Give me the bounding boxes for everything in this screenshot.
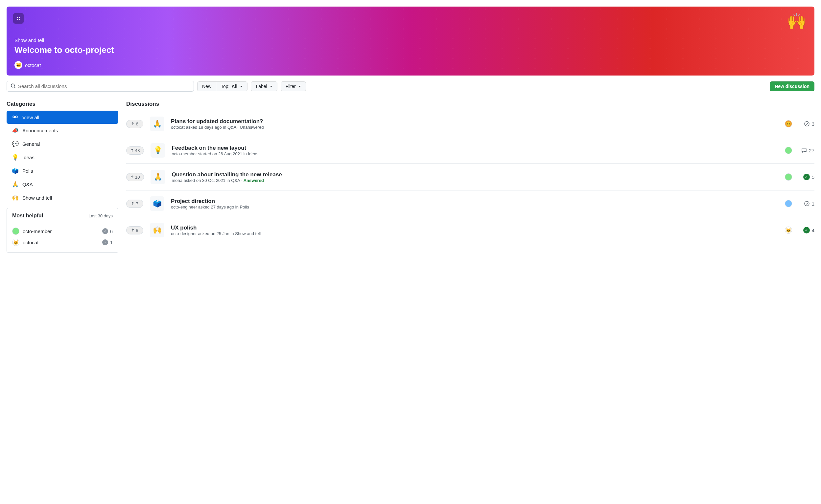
comment-count[interactable]: 27 (799, 148, 814, 153)
upvote-button[interactable]: 7 (126, 200, 143, 208)
discussion-row: 6🙏Plans for updated documentation?octoca… (126, 111, 814, 137)
discussion-title[interactable]: Question about installing the new releas… (171, 171, 282, 178)
discussion-row: 7🗳️Project directionocto-engineer asked … (126, 190, 814, 217)
drag-handle[interactable] (13, 13, 24, 24)
pinned-discussion-banner[interactable]: 🙌 Show and tell Welcome to octo-project … (7, 7, 814, 76)
top-value: All (232, 84, 237, 89)
status-unanswered: Unanswered (240, 125, 264, 130)
comment-count-value: 4 (812, 228, 814, 233)
comment-count[interactable]: 1 (799, 201, 814, 207)
svg-line-5 (14, 87, 15, 88)
search-wrap (7, 81, 194, 92)
arrow-up-icon (131, 229, 134, 232)
category-item-polls[interactable]: 🗳️Polls (7, 164, 118, 178)
discussion-body: Question about installing the new releas… (171, 171, 778, 183)
arrow-up-icon (131, 122, 134, 125)
category-emoji: 🗳️ (12, 167, 18, 174)
upvote-button[interactable]: 8 (126, 226, 143, 234)
category-label: Show and tell (22, 195, 52, 201)
svg-point-3 (19, 19, 20, 20)
discussion-meta: octo-member started on 26 Aug 2021 in Id… (171, 151, 778, 156)
sidebar: Categories View all📣Announcements💬Genera… (7, 101, 118, 253)
discussion-title[interactable]: UX polish (171, 225, 196, 231)
upvote-count: 10 (135, 175, 140, 180)
category-label: Announcements (22, 128, 58, 133)
label-filter-label: Label (256, 84, 267, 89)
discussion-body: UX polishocto-designer asked on 25 Jan i… (171, 225, 778, 236)
comment-count[interactable]: ✓4 (799, 227, 814, 233)
new-sort-button[interactable]: New (197, 81, 216, 91)
discussion-body: Project directionocto-engineer asked 27 … (171, 198, 778, 209)
category-emoji: 💬 (12, 141, 18, 147)
participant-avatar[interactable] (785, 173, 792, 181)
discussion-meta: mona asked on 30 Oct 2021 in Q&A · Answe… (171, 178, 778, 183)
new-discussion-label: New discussion (775, 84, 810, 89)
participant-avatar[interactable] (785, 147, 792, 154)
helpful-count: ✓6 (102, 228, 113, 234)
discussion-meta: octocat asked 18 days ago in Q&A · Unans… (171, 125, 778, 130)
category-item-general[interactable]: 💬General (7, 137, 118, 151)
helpful-list: octo-member✓6🐱octocat✓1 (12, 226, 113, 248)
filter-button[interactable]: Filter (281, 81, 306, 91)
category-badge: 🙏 (150, 117, 164, 131)
toolbar: New Top: All Label Filter New discussion (7, 81, 814, 92)
check-icon: ✓ (102, 228, 108, 234)
comment-count-value: 1 (812, 201, 814, 207)
discussion-meta: octo-engineer asked 27 days ago in Polls (171, 205, 778, 209)
arrow-up-icon (130, 175, 134, 179)
content: Categories View all📣Announcements💬Genera… (7, 101, 814, 253)
comment-count[interactable]: ✓5 (799, 174, 814, 180)
helpful-user[interactable]: octo-member✓6 (12, 226, 113, 237)
upvote-count: 48 (135, 148, 140, 153)
discussion-title[interactable]: Plans for updated documentation? (171, 118, 263, 124)
category-label: Ideas (22, 155, 34, 160)
categories-heading: Categories (7, 101, 118, 107)
discussion-body: Plans for updated documentation?octocat … (171, 118, 778, 130)
check-circle-icon (804, 121, 810, 127)
category-item-ideas[interactable]: 💡Ideas (7, 151, 118, 164)
helpful-heading: Most helpful (12, 213, 43, 219)
category-badge: 🗳️ (150, 196, 164, 211)
category-item-show-and-tell[interactable]: 🙌Show and tell (7, 191, 118, 205)
discussion-title[interactable]: Feedback on the new layout (171, 145, 246, 151)
label-filter-button[interactable]: Label (251, 81, 277, 91)
upvote-button[interactable]: 10 (126, 173, 144, 181)
discussion-title[interactable]: Project direction (171, 198, 215, 204)
category-badge: 🙏 (150, 170, 165, 184)
discussions-heading: Discussions (126, 101, 814, 107)
svg-point-2 (17, 19, 18, 20)
participant-avatar[interactable]: 🐱 (785, 227, 792, 234)
sort-group: New Top: All (197, 81, 248, 91)
helpful-user[interactable]: 🐱octocat✓1 (12, 237, 113, 248)
top-sort-button[interactable]: Top: All (216, 81, 248, 91)
discussion-row: 10🙏Question about installing the new rel… (126, 164, 814, 190)
grip-icon (17, 17, 20, 20)
helpful-header: Most helpful Last 30 days (12, 213, 113, 222)
upvote-button[interactable]: 48 (126, 146, 144, 155)
top-prefix: Top: (221, 84, 230, 89)
category-label: Polls (22, 168, 33, 174)
participant-avatar[interactable] (785, 200, 792, 207)
participant-avatar[interactable]: 😊 (785, 120, 792, 127)
category-emoji: 📣 (12, 127, 18, 134)
comment-count[interactable]: 3 (799, 121, 814, 127)
banner-category: Show and tell (14, 37, 807, 43)
new-sort-label: New (202, 84, 211, 89)
discussion-meta: octo-designer asked on 25 Jan in Show an… (171, 231, 778, 236)
upvote-button[interactable]: 6 (126, 120, 143, 128)
svg-point-1 (19, 17, 20, 18)
most-helpful-box: Most helpful Last 30 days octo-member✓6🐱… (7, 208, 118, 253)
check-icon: ✓ (102, 239, 108, 245)
search-input[interactable] (7, 81, 194, 92)
helpful-period: Last 30 days (88, 213, 113, 218)
category-item-announcements[interactable]: 📣Announcements (7, 124, 118, 137)
caret-icon (240, 86, 243, 87)
category-item-q&a[interactable]: 🙏Q&A (7, 178, 118, 191)
new-discussion-button[interactable]: New discussion (770, 81, 814, 91)
discussion-row: 48💡Feedback on the new layoutocto-member… (126, 137, 814, 164)
upvote-count: 6 (136, 121, 138, 126)
filter-label: Filter (286, 84, 296, 89)
avatar (12, 228, 19, 235)
discussion-body: Feedback on the new layoutocto-member st… (171, 145, 778, 156)
category-item-view-all[interactable]: View all (7, 111, 118, 124)
